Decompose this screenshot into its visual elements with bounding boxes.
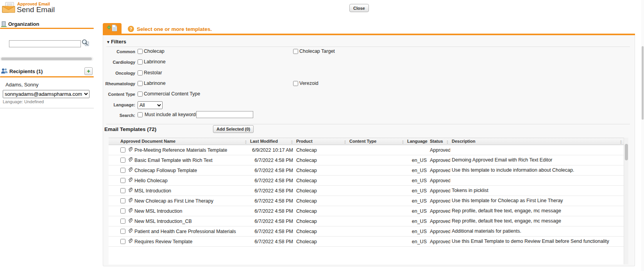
approved-email-icon bbox=[2, 2, 16, 14]
column-header[interactable]: ▲▼Language bbox=[406, 138, 428, 145]
status-cell: Approved bbox=[428, 226, 450, 237]
language-cell: en_US bbox=[406, 226, 428, 237]
document-name[interactable]: New MSL Introduction bbox=[134, 208, 182, 214]
filter-option-label: Labrinone bbox=[144, 81, 166, 86]
document-name[interactable]: Cholecap Followup Template bbox=[134, 168, 197, 173]
description-cell: Rep profile, default free text, engage, … bbox=[450, 206, 624, 216]
sort-icon[interactable]: ▲▼ bbox=[291, 140, 293, 144]
column-header[interactable]: ▲▼Last Modified bbox=[249, 138, 295, 145]
language-cell: en_US bbox=[406, 216, 428, 226]
search-filter-label: Search: bbox=[103, 113, 135, 118]
language-cell: en_US bbox=[406, 206, 428, 216]
filter-checkbox[interactable] bbox=[138, 70, 143, 75]
language-cell: en_US bbox=[406, 237, 428, 247]
product-cell: Cholecap bbox=[295, 226, 348, 237]
filter-checkbox[interactable] bbox=[138, 81, 143, 86]
sort-icon[interactable]: ▲▼ bbox=[446, 140, 449, 144]
row-checkbox[interactable] bbox=[120, 147, 125, 153]
last-modified-cell: 6/7/2022 4:58 PM bbox=[249, 165, 295, 176]
window-scrollbar[interactable] bbox=[641, 0, 644, 271]
document-name-cell: Basic Email Template with Rich Text bbox=[119, 155, 249, 165]
filter-checkbox[interactable] bbox=[293, 49, 298, 54]
description-cell: Use this Email Template to demo Review E… bbox=[450, 237, 624, 247]
sort-icon[interactable]: ▲▼ bbox=[245, 140, 247, 144]
organization-search-input[interactable] bbox=[9, 40, 81, 47]
filter-option: Verezoid bbox=[293, 81, 318, 86]
document-name[interactable]: Pre-Meeting Reference Materials Template bbox=[134, 147, 227, 153]
document-name[interactable]: MSL Introduction bbox=[134, 188, 171, 194]
row-checkbox[interactable] bbox=[120, 168, 125, 173]
select-all-column-header bbox=[109, 138, 119, 145]
attachment-icon bbox=[127, 167, 132, 174]
row-checkbox[interactable] bbox=[120, 188, 125, 193]
attachment-icon bbox=[127, 197, 132, 205]
status-cell: Approved bbox=[428, 145, 450, 155]
lookup-search-icon[interactable] bbox=[82, 39, 89, 48]
must-include-all-keywords-checkbox[interactable] bbox=[138, 112, 143, 117]
row-checkbox[interactable] bbox=[120, 229, 125, 234]
filter-option-label: Commercial Content Type bbox=[144, 91, 200, 97]
document-name-cell: Requires Review Template bbox=[119, 237, 249, 247]
document-name-cell: New MSL Introduction_CB bbox=[119, 216, 249, 226]
sort-icon[interactable]: ▲▼ bbox=[402, 140, 404, 144]
close-button[interactable]: Close bbox=[349, 4, 369, 12]
row-checkbox[interactable] bbox=[120, 219, 125, 224]
row-select-cell bbox=[109, 145, 119, 155]
content-type-cell bbox=[348, 145, 406, 155]
sort-icon[interactable]: ▲▼ bbox=[620, 140, 622, 144]
last-modified-cell: 6/7/2022 4:58 PM bbox=[249, 186, 295, 196]
table-scrollbar-thumb[interactable] bbox=[625, 144, 628, 160]
content-type-cell bbox=[348, 226, 406, 237]
attachment-icon bbox=[127, 228, 132, 235]
document-name[interactable]: Hello Cholecap bbox=[134, 178, 168, 183]
recipients-icon bbox=[1, 68, 8, 75]
filter-label: Common bbox=[103, 49, 135, 54]
table-vertical-scrollbar[interactable] bbox=[624, 138, 628, 264]
description-cell: Additional materials for patients. bbox=[450, 226, 624, 237]
column-header[interactable]: ▲▼Approved Document Name bbox=[119, 138, 249, 145]
tab-add-template[interactable] bbox=[103, 23, 122, 34]
recipients-divider bbox=[0, 76, 94, 77]
email-templates-title: Email Templates (72) bbox=[104, 126, 156, 132]
document-name[interactable]: New Cholecap as First Line Therapy bbox=[134, 198, 213, 204]
filter-option-label: Labrinone bbox=[144, 59, 166, 65]
row-checkbox[interactable] bbox=[120, 208, 125, 214]
filter-option: Cholecap bbox=[138, 48, 165, 54]
column-header[interactable]: ▲▼Product bbox=[295, 138, 348, 145]
language-filter-select[interactable]: All bbox=[138, 101, 163, 109]
column-header[interactable]: ▲▼Description bbox=[450, 138, 624, 145]
row-checkbox[interactable] bbox=[120, 198, 125, 203]
table-row: Basic Email Template with Rich Text6/7/2… bbox=[109, 155, 624, 165]
recipient-email-select[interactable]: sonnyadams@adamspharma.com bbox=[3, 90, 89, 98]
filter-option-label: Cholecap Target bbox=[299, 48, 335, 54]
sort-icon[interactable]: ▲▼ bbox=[424, 140, 427, 144]
page-title: Send Email bbox=[17, 5, 55, 14]
document-name[interactable]: Requires Review Template bbox=[134, 239, 192, 244]
filter-checkbox[interactable] bbox=[293, 81, 298, 86]
document-name-cell: Cholecap Followup Template bbox=[119, 165, 249, 176]
window-scrollbar-thumb[interactable] bbox=[642, 46, 644, 120]
keyword-search-input[interactable] bbox=[196, 111, 253, 118]
description-cell: Rep profile, default free text, engage, … bbox=[450, 216, 624, 226]
row-select-cell bbox=[109, 226, 119, 237]
status-cell: Approved bbox=[428, 165, 450, 176]
filter-checkbox[interactable] bbox=[138, 92, 143, 97]
filter-checkbox[interactable] bbox=[138, 59, 143, 65]
column-header[interactable]: ▲▼Status bbox=[428, 138, 450, 145]
filters-bottom-divider bbox=[106, 124, 630, 124]
add-recipient-button[interactable]: + bbox=[84, 67, 93, 75]
description-cell bbox=[450, 176, 624, 186]
row-checkbox[interactable] bbox=[120, 178, 125, 183]
add-selected-button[interactable]: Add Selected (0) bbox=[213, 125, 254, 133]
document-name[interactable]: Patient and Health Care Professional Mat… bbox=[134, 229, 236, 234]
filter-checkbox[interactable] bbox=[138, 49, 143, 54]
sort-icon[interactable]: ▲▼ bbox=[344, 140, 346, 144]
filter-option: Commercial Content Type bbox=[138, 91, 200, 97]
column-header[interactable]: ▲▼Content Type bbox=[348, 138, 406, 145]
sidebar-horizontal-scrollbar-thumb[interactable] bbox=[1, 57, 92, 60]
document-name[interactable]: Basic Email Template with Rich Text bbox=[134, 158, 213, 163]
filters-section-toggle[interactable]: ▼Filters bbox=[106, 39, 126, 45]
row-checkbox[interactable] bbox=[120, 158, 125, 163]
row-checkbox[interactable] bbox=[120, 239, 125, 244]
document-name[interactable]: New MSL Introduction_CB bbox=[134, 219, 192, 224]
